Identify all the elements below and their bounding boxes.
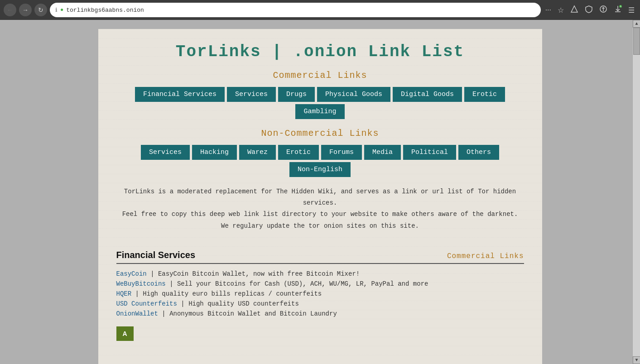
nc-nav-non-english[interactable]: Non-English [289,162,351,177]
svg-marker-0 [571,6,577,12]
scrollbar-thumb[interactable] [633,28,640,55]
financial-links-list: EasyCoin | EasyCoin Bitcoin Wallet, now … [116,270,524,317]
usd-counterfeits-link[interactable]: USD Counterfeits [116,300,177,307]
nav-financial-services[interactable]: Financial Services [135,87,225,102]
nav-physical-goods[interactable]: Physical Goods [317,87,390,102]
list-item: HQER | High quality euro bills replicas … [116,290,524,297]
nc-nav-hacking[interactable]: Hacking [192,145,237,160]
site-description: TorLinks is a moderated replacement for … [116,186,524,232]
onionwallet-link[interactable]: OnionWallet [116,310,158,317]
financial-title: Financial Services [116,250,196,260]
ad-button[interactable]: A [116,326,134,341]
list-item: OnionWallet | Anonymous Bitcoin Wallet a… [116,310,524,317]
onionwallet-desc: | Anonymous Bitcoin Wallet and Bitcoin L… [162,310,337,317]
download-button[interactable]: A [612,3,624,17]
list-item: EasyCoin | EasyCoin Bitcoin Wallet, now … [116,270,524,278]
content-box: TorLinks | .onion Link List Commercial L… [98,29,542,364]
nc-nav-media[interactable]: Media [364,145,401,160]
info-icon: ℹ [55,7,58,14]
nav-digital-goods[interactable]: Digital Goods [393,87,462,102]
commercial-nav-buttons: Financial Services Services Drugs Physic… [116,87,524,119]
nav-erotic[interactable]: Erotic [464,87,505,102]
scroll-up-arrow[interactable]: ▲ [633,20,640,28]
url-input[interactable] [66,7,535,14]
nc-nav-political[interactable]: Political [403,145,456,160]
more-button[interactable]: ··· [544,4,553,16]
list-item: USD Counterfeits | High quality USD coun… [116,300,524,307]
nc-nav-forums[interactable]: Forums [321,145,362,160]
nav-services[interactable]: Services [227,87,276,102]
back-button[interactable]: ← [4,4,16,16]
easycoin-desc: | EasyCoin Bitcoin Wallet, now with free… [150,270,360,278]
webuybitcoins-link[interactable]: WeBuyBitcoins [116,280,166,287]
browser-toolbar: ← → ↻ ℹ ● ··· ☆ [0,0,640,20]
financial-section-header: Financial Services Commercial Links [116,250,524,264]
browser-chrome: ← → ↻ ℹ ● ··· ☆ [0,0,640,20]
shield-button[interactable] [583,3,595,17]
financial-label: Commercial Links [447,252,524,260]
forward-button[interactable]: → [19,4,32,16]
nc-nav-services[interactable]: Services [141,145,190,160]
hqer-link[interactable]: HQER [116,290,132,297]
menu-button[interactable]: ☰ [626,4,636,16]
nav-drugs[interactable]: Drugs [278,87,315,102]
usd-counterfeits-desc: | High quality USD counterfeits [181,300,298,307]
secure-icon: ● [60,7,63,13]
scrollbar[interactable]: ▲ ▼ [632,20,640,364]
account-button[interactable] [568,3,580,17]
nc-nav-others[interactable]: Others [458,145,499,160]
financial-services-section: Financial Services Commercial Links Easy… [116,250,524,354]
site-title: TorLinks | .onion Link List [116,43,524,61]
webuybitcoins-desc: | Sell your Bitcoins for Cash (USD), ACH… [169,280,428,287]
non-commercial-nav-buttons: Services Hacking Warez Erotic Forums Med… [116,145,524,177]
bookmark-button[interactable]: ☆ [556,4,566,16]
easycoin-link[interactable]: EasyCoin [116,270,147,278]
hqer-desc: | High quality euro bills replicas / cou… [135,290,322,297]
commercial-heading: Commercial Links [116,70,524,81]
address-bar: ℹ ● [50,3,541,17]
page-wrap: TorLinks | .onion Link List Commercial L… [0,20,640,364]
nav-gambling[interactable]: Gambling [295,104,344,119]
nc-nav-erotic[interactable]: Erotic [278,145,319,160]
nc-nav-warez[interactable]: Warez [239,145,276,160]
scroll-down-arrow[interactable]: ▼ [633,356,640,364]
list-item: WeBuyBitcoins | Sell your Bitcoins for C… [116,280,524,287]
non-commercial-heading: Non-Commercial Links [116,128,524,139]
plugin-button[interactable] [597,3,609,17]
refresh-button[interactable]: ↻ [34,4,47,16]
